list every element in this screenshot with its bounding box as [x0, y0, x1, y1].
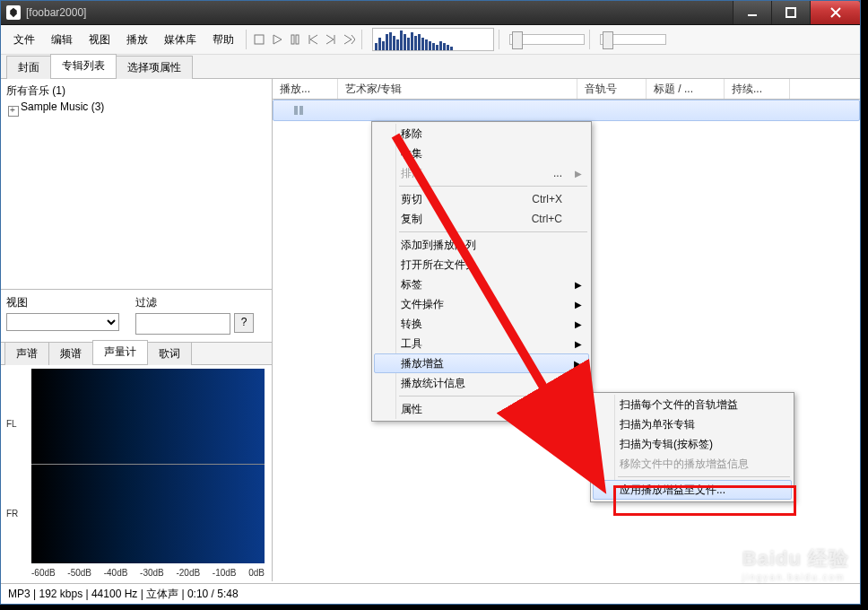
tab-album-list[interactable]: 专辑列表 — [50, 54, 117, 78]
now-playing-icon — [273, 104, 324, 117]
menu-item[interactable]: 播放统计信息▶ — [374, 373, 589, 393]
left-panel: 所有音乐 (1) Sample Music (3) 视图 过滤 ? 声谱 — [1, 79, 273, 581]
svg-rect-2 — [255, 35, 264, 44]
menu-item[interactable]: 打开所在文件夹 — [374, 255, 589, 274]
bottom-tabs: 声谱 频谱 声量计 歌词 — [1, 343, 272, 365]
col-title[interactable]: 标题 / ... — [647, 79, 725, 99]
library-tree[interactable]: 所有音乐 (1) Sample Music (3) — [1, 79, 272, 290]
filter-label: 过滤 — [135, 295, 254, 310]
menu-item[interactable]: 文件操作▶ — [374, 294, 589, 314]
menu-item[interactable]: 排序...▶ — [374, 163, 589, 183]
menu-item[interactable]: 移除文件中的播放增益信息 — [593, 454, 792, 474]
vu-fr-label: FR — [6, 509, 18, 518]
column-headers: 播放... 艺术家/专辑 音轨号 标题 / ... 持续... — [273, 79, 860, 100]
btab-spectrum[interactable]: 频谱 — [48, 342, 93, 365]
seek-slider[interactable] — [509, 34, 585, 45]
svg-rect-1 — [786, 8, 795, 17]
menu-item[interactable]: 添加到播放队列 — [374, 235, 589, 255]
close-button[interactable] — [811, 1, 860, 24]
col-artist-album[interactable]: 艺术家/专辑 — [338, 79, 577, 99]
menu-item[interactable]: 扫描为专辑(按标签) — [593, 434, 792, 454]
window-title: [foobar2000] — [26, 6, 733, 19]
playback-toolbar — [251, 31, 357, 48]
top-tabs: 封面 专辑列表 选择项属性 — [1, 55, 860, 79]
minimize-button[interactable] — [733, 1, 771, 24]
menu-item[interactable]: 转换▶ — [374, 314, 589, 334]
menu-item[interactable]: 标签▶ — [374, 274, 589, 294]
volume-slider[interactable] — [600, 34, 666, 45]
menu-library[interactable]: 媒体库 — [157, 30, 204, 50]
menu-item[interactable]: 复制Ctrl+C — [374, 209, 589, 229]
btab-lyrics[interactable]: 歌词 — [147, 342, 192, 365]
view-select[interactable] — [6, 313, 119, 331]
col-duration[interactable]: 持续... — [725, 79, 790, 99]
svg-rect-0 — [748, 14, 757, 16]
app-icon — [6, 5, 21, 20]
menu-item[interactable]: 移除 — [374, 124, 589, 144]
menu-item[interactable]: 属性Alt+Enter — [374, 399, 589, 419]
menu-item[interactable]: 剪切Ctrl+X — [374, 189, 589, 209]
vu-scale: -60dB-50dB-40dB-30dB-20dB-10dB0dB — [31, 568, 265, 578]
play-button[interactable] — [269, 31, 285, 48]
next-button[interactable] — [323, 31, 339, 48]
stop-button[interactable] — [251, 31, 267, 48]
playlist-row[interactable] — [273, 100, 860, 121]
tree-child[interactable]: Sample Music (3) — [6, 100, 266, 114]
random-button[interactable] — [341, 31, 357, 48]
view-label: 视图 — [6, 295, 119, 310]
menu-item[interactable]: 收集 — [374, 144, 589, 163]
menu-item[interactable]: 工具▶ — [374, 334, 589, 353]
tree-root[interactable]: 所有音乐 (1) — [6, 83, 266, 100]
menu-view[interactable]: 视图 — [82, 30, 117, 50]
tab-cover[interactable]: 封面 — [6, 56, 51, 79]
annotation-highlight — [613, 485, 796, 516]
menu-edit[interactable]: 编辑 — [44, 30, 80, 50]
tabs-extra — [844, 71, 855, 78]
svg-rect-4 — [296, 35, 299, 44]
menu-help[interactable]: 帮助 — [205, 30, 241, 50]
status-text: MP3 | 192 kbps | 44100 Hz | 立体声 | 0:10 /… — [8, 587, 239, 602]
filter-input[interactable] — [135, 313, 230, 335]
svg-rect-6 — [299, 106, 303, 115]
pause-button[interactable] — [287, 31, 303, 48]
menu-item[interactable]: 播放增益▶ — [374, 353, 589, 373]
menu-file[interactable]: 文件 — [6, 30, 42, 50]
context-menu[interactable]: 移除收集排序...▶剪切Ctrl+X复制Ctrl+C添加到播放队列打开所在文件夹… — [371, 121, 592, 422]
prev-button[interactable] — [305, 31, 321, 48]
tab-selection-props[interactable]: 选择项属性 — [116, 56, 193, 79]
menu-item[interactable]: 扫描每个文件的音轨增益 — [593, 395, 792, 414]
menu-play[interactable]: 播放 — [119, 30, 155, 50]
menu-item[interactable]: 扫描为单张专辑 — [593, 414, 792, 434]
filter-panel: 视图 过滤 ? — [1, 290, 272, 343]
menubar: 文件 编辑 视图 播放 媒体库 帮助 — [1, 25, 860, 55]
btab-spectrogram[interactable]: 声谱 — [4, 342, 49, 365]
btab-vu[interactable]: 声量计 — [92, 340, 148, 364]
app-window: [foobar2000] 文件 编辑 视图 播放 媒体库 帮助 — [0, 0, 861, 605]
svg-rect-3 — [291, 35, 294, 44]
vu-fl-label: FL — [6, 419, 17, 429]
maximize-button[interactable] — [771, 1, 811, 24]
vu-meter: FL FR -60dB-50dB-40dB-30dB-20dB-10dB0dB — [1, 365, 272, 581]
filter-help-button[interactable]: ? — [234, 313, 254, 333]
status-bar: MP3 | 192 kbps | 44100 Hz | 立体声 | 0:10 /… — [1, 583, 860, 604]
svg-rect-5 — [294, 106, 298, 115]
col-playing[interactable]: 播放... — [273, 79, 338, 99]
titlebar[interactable]: [foobar2000] — [1, 1, 860, 25]
col-track-no[interactable]: 音轨号 — [577, 79, 647, 99]
spectrum-display — [372, 28, 494, 51]
